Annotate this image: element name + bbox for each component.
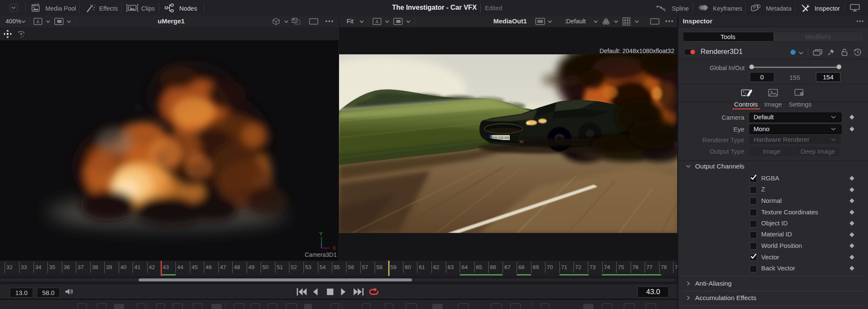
svg-text:A: A bbox=[376, 19, 378, 24]
svg-text:X: X bbox=[332, 245, 336, 251]
svg-text:Y: Y bbox=[319, 230, 323, 237]
svg-text:A: A bbox=[36, 19, 39, 24]
